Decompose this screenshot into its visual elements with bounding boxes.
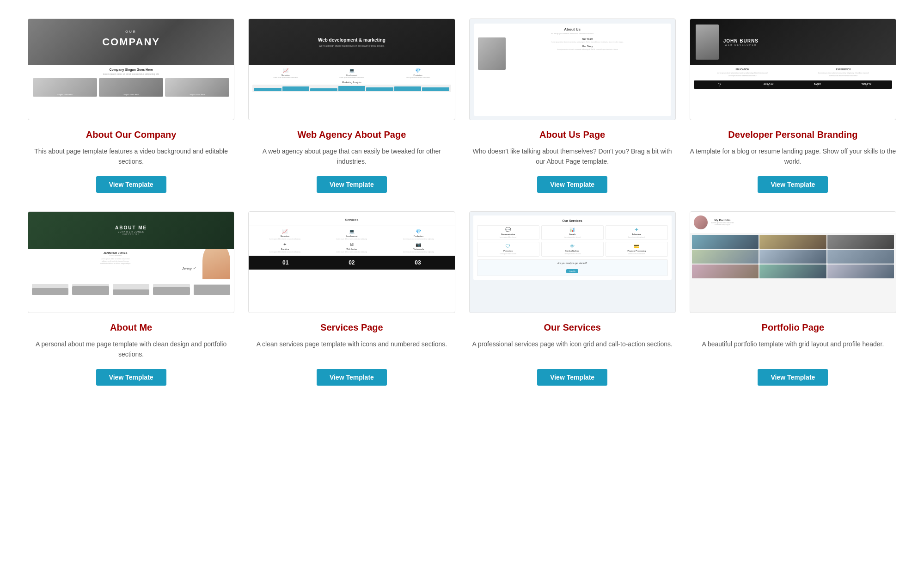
svc-marketing-label: Marketing [281, 235, 289, 237]
os-growth: 📊 Growth Lorem ipsum dolor sit amet [541, 225, 604, 240]
card-title-portfolio: Portfolio Page [762, 321, 825, 333]
aboutme-hero: ABOUT ME JENNIFER JONES COPYWRITER [28, 212, 234, 249]
services-header: Services [249, 212, 454, 226]
dev-cols: EDUCATION Lorem ipsum dolor sit amet con… [694, 68, 892, 78]
development-label: Development [346, 74, 357, 76]
os-communication-text: Lorem ipsum dolor sit amet [500, 236, 516, 238]
os-growth-icon: 📊 [569, 227, 575, 232]
view-template-about-our-company[interactable]: View Template [96, 176, 166, 193]
svc-development-text: Lorem ipsum dolor sit amet consectetur a… [337, 238, 367, 240]
os-adventure-label: Adventure [632, 233, 641, 235]
svc-photography-text: Lorem ipsum dolor sit amet consectetur a… [403, 251, 434, 253]
services-bottom: 01 02 03 [249, 256, 454, 270]
port-name-section: My Portfolio Lorem ipsum dolor sit amet … [711, 219, 734, 226]
dev-stat-icon-4: W [866, 85, 867, 87]
agency-hero-title: Web development & marketing [318, 37, 386, 43]
view-template-web-agency[interactable]: View Template [317, 176, 387, 193]
svc-branding-text: Lorem ipsum dolor sit amet consectetur a… [269, 251, 300, 253]
thumbnail-our-services: Our Services 💬 Communication Lorem ipsum… [469, 211, 676, 313]
dev-role: WEB DEVELOPER [723, 43, 759, 46]
exp-line2: Lorem ipsum dolor sit amet consectetur [795, 75, 892, 77]
os-cta-button[interactable]: Join Us [566, 269, 578, 273]
os-protection-text: Lorem ipsum dolor sit amet [500, 253, 516, 255]
aboutme-line-3: incididunt ut labore et dolore magna ali… [32, 263, 199, 264]
port-cell-9 [827, 264, 894, 278]
card-title-web-agency: Web Agency About Page [297, 129, 406, 141]
os-protection: 🛡 Protection Lorem ipsum dolor sit amet [477, 242, 539, 257]
view-template-dev-branding[interactable]: View Template [758, 176, 828, 193]
dev-name: JOHN BURNS [723, 38, 759, 43]
view-template-services[interactable]: View Template [317, 369, 387, 386]
agency-hero-sub: We're a design studio that believes in t… [319, 44, 385, 47]
agency-svc-prod: 💎 Production Lorem ipsum dolor sit amet … [406, 68, 430, 79]
svc-branding: ✦ Branding Lorem ipsum dolor sit amet co… [252, 242, 317, 253]
card-desc-services: A clean services page template with icon… [257, 339, 447, 360]
aboutme-bar-fill-4 [153, 287, 190, 295]
card-desc-web-agency: A web agency about page that can easily … [248, 146, 455, 167]
os-title: Our Services [477, 219, 668, 222]
aboutme-bar-fill-1 [32, 288, 68, 295]
our-story-heading: Our Story [508, 45, 667, 48]
dev-stat-icon-1: ⚙ [719, 85, 720, 87]
svc-num-1: 01 [282, 259, 288, 266]
experience-title: EXPERIENCE [795, 68, 892, 71]
card-our-services: Our Services 💬 Communication Lorem ipsum… [469, 211, 676, 386]
svc-num-2: 02 [349, 259, 355, 266]
os-protection-label: Protection [503, 250, 513, 252]
svc-development-icon: 💻 [349, 229, 355, 234]
svc-branding-icon: ✦ [283, 242, 287, 247]
os-communication: 💬 Communication Lorem ipsum dolor sit am… [477, 225, 539, 240]
os-inner: Our Services 💬 Communication Lorem ipsum… [473, 215, 672, 280]
development-text: Lorem ipsum dolor sit amet consectetur [340, 77, 364, 79]
company-name-label: COMPANY [102, 36, 160, 48]
view-template-about-me[interactable]: View Template [96, 369, 166, 386]
bar-1 [254, 88, 281, 91]
aboutme-line-2: adipiscing elit, sed do eiusmod tempor [32, 260, 199, 262]
thumbnail-about-me: ABOUT ME JENNIFER JONES COPYWRITER JENNI… [28, 211, 234, 313]
dev-photo [696, 25, 719, 60]
analysis-label: Marketing Analysis [252, 81, 451, 84]
port-cell-5 [759, 250, 826, 264]
production-label: Production [413, 74, 422, 76]
os-adventure: ✈ Adventure Lorem ipsum dolor sit amet [606, 225, 668, 240]
bar-5 [366, 87, 393, 91]
card-title-our-services: Our Services [544, 321, 600, 333]
agency-svc-marketing: 📈 Marketing Lorem ipsum dolor sit amet c… [274, 68, 298, 79]
bar-7 [422, 87, 449, 91]
card-desc-about-me: A personal about me page template with c… [28, 339, 234, 360]
svc-num-3: 03 [415, 259, 421, 266]
thumbnail-about-our-company: OUR COMPANY Company Slogan Goes Here Lor… [28, 18, 234, 120]
view-template-our-services[interactable]: View Template [537, 369, 607, 386]
services-grid: 📈 Marketing Lorem ipsum dolor sit amet c… [249, 226, 454, 256]
about-text-section: About Us We design great websites that c… [478, 27, 667, 112]
os-cta: Are you ready to get started? Join Us [477, 259, 668, 276]
os-spiritual: 👁 Spiritual Advice Lorem ipsum dolor sit… [541, 242, 604, 257]
view-template-portfolio[interactable]: View Template [758, 369, 828, 386]
svc-webdesign-text: Lorem ipsum dolor sit amet consectetur a… [337, 251, 367, 253]
bar-4 [338, 86, 365, 91]
os-adventure-icon: ✈ [635, 227, 638, 232]
edu-line1: Lorem ipsum dolor sit amet consectetur a… [694, 72, 791, 74]
svc-photography: 📷 Photography Lorem ipsum dolor sit amet… [386, 242, 451, 253]
port-sub: consectetur adipiscing elit [711, 224, 734, 226]
dev-stat-icon-3: ƒ [817, 85, 818, 87]
aboutme-bar-row [28, 282, 234, 297]
card-title-dev-branding: Developer Personal Branding [728, 129, 857, 141]
aboutme-bar-1 [32, 284, 68, 295]
aboutme-bar-2 [72, 284, 109, 295]
card-desc-about-our-company: This about page template features a vide… [28, 146, 234, 167]
aboutme-bar-fill-5 [194, 285, 230, 295]
aboutme-bar-4 [153, 284, 190, 295]
view-template-about-us[interactable]: View Template [537, 176, 607, 193]
bar-3 [310, 88, 337, 91]
svc-webdesign-label: Web Design [346, 248, 357, 250]
os-payment-label: Payment Processing [628, 250, 646, 252]
dev-hero: JOHN BURNS WEB DEVELOPER [690, 19, 896, 65]
about-us-title: About Us [478, 27, 667, 31]
thumbnail-web-agency: Web development & marketing We're a desi… [248, 18, 455, 120]
aboutme-role-hero: COPYWRITER [122, 233, 140, 235]
card-about-us: About Us We design great websites that c… [469, 18, 676, 193]
aboutme-bar-3 [113, 284, 149, 295]
marketing-icon: 📈 [283, 68, 288, 73]
services-header-title: Services [345, 218, 358, 221]
